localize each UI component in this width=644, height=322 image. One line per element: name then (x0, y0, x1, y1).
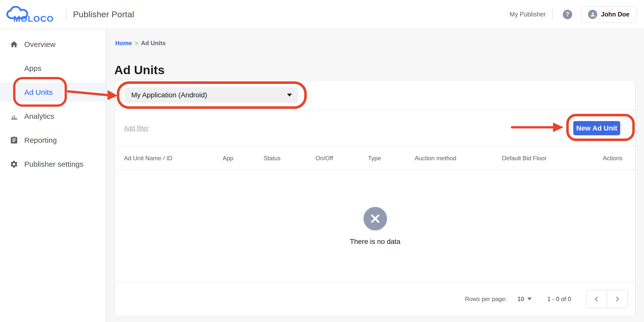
column-header-default-bid-floor: Default Bid Floor (502, 155, 547, 162)
app-select-value: My Application (Android) (131, 91, 207, 99)
help-button[interactable]: ? (563, 10, 572, 19)
breadcrumb-separator: > (135, 40, 138, 47)
breadcrumb: Home > Ad Units (115, 40, 166, 47)
sidebar-item-publisher-settings[interactable]: Publisher settings (0, 155, 106, 173)
sidebar-nav: Overview Apps Ad Units Analytics Reporti… (0, 30, 106, 322)
ad-units-card: My Application (Android) Add filter New … (114, 80, 636, 317)
portal-title: Publisher Portal (73, 0, 134, 29)
empty-state-text: There is no data (115, 238, 635, 246)
no-icon (10, 88, 18, 97)
no-icon (10, 64, 18, 73)
rows-per-page-select[interactable]: 10 (518, 296, 532, 303)
person-icon (590, 11, 596, 17)
chevron-right-icon (614, 295, 621, 303)
previous-page-button[interactable] (586, 290, 607, 308)
next-page-button[interactable] (607, 290, 628, 308)
rows-per-page-label: Rows per page: (465, 296, 507, 303)
moloco-cloud-icon: MOLOCO (6, 6, 58, 23)
top-header: MOLOCO Publisher Portal My Publisher ? J… (0, 0, 644, 29)
table-header-row: Ad Unit Name / ID App Status On/Off Type… (115, 147, 635, 170)
moloco-wordmark: MOLOCO (13, 14, 54, 23)
filter-row: Add filter New Ad Unit (115, 110, 635, 147)
sidebar-item-label: Apps (24, 64, 41, 73)
column-header-app: App (223, 155, 234, 162)
add-filter-link[interactable]: Add filter (124, 124, 149, 132)
header-divider (552, 8, 553, 21)
bar-chart-icon (10, 112, 18, 121)
sidebar-item-overview[interactable]: Overview (0, 35, 106, 54)
no-data-icon (364, 207, 387, 230)
header-right-cluster: My Publisher ? John Doe (510, 0, 636, 29)
app-select-row: My Application (Android) (115, 80, 635, 110)
publisher-name: My Publisher (510, 11, 546, 18)
column-header-actions: Actions (603, 155, 622, 162)
sidebar-item-label: Publisher settings (24, 160, 84, 168)
header-divider (66, 8, 66, 21)
sidebar-item-label: Overview (24, 40, 56, 49)
column-header-type: Type (368, 155, 381, 162)
gear-icon (10, 160, 18, 169)
column-header-auction-method: Auction method (415, 155, 456, 162)
sidebar-item-label: Reporting (24, 136, 57, 145)
sidebar-item-ad-units[interactable]: Ad Units (0, 83, 106, 102)
sidebar-item-analytics[interactable]: Analytics (0, 107, 106, 126)
chevron-down-icon (287, 94, 292, 97)
sidebar-item-reporting[interactable]: Reporting (0, 131, 106, 150)
moloco-logo[interactable]: MOLOCO (6, 6, 58, 23)
sidebar-item-apps[interactable]: Apps (0, 59, 106, 78)
column-header-status: Status (264, 155, 280, 162)
user-menu-button[interactable]: John Doe (581, 6, 636, 23)
breadcrumb-current: Ad Units (141, 40, 166, 47)
rows-per-page-value: 10 (518, 296, 524, 303)
sidebar-item-label: Analytics (24, 112, 54, 121)
new-ad-unit-button[interactable]: New Ad Unit (573, 121, 620, 135)
avatar (588, 10, 597, 19)
app-select-dropdown[interactable]: My Application (Android) (124, 87, 298, 103)
home-icon (10, 40, 18, 49)
publisher-portal-app: MOLOCO Publisher Portal My Publisher ? J… (0, 0, 644, 322)
sidebar-item-label: Ad Units (24, 88, 52, 97)
pagination-nav (586, 290, 628, 308)
pagination-row: Rows per page: 10 1 - 0 of 0 (115, 281, 635, 316)
column-header-on-off: On/Off (316, 155, 333, 162)
question-mark-icon: ? (566, 11, 569, 18)
pagination-range: 1 - 0 of 0 (547, 296, 571, 303)
chevron-left-icon (593, 295, 600, 303)
user-name: John Doe (601, 11, 630, 18)
breadcrumb-home-link[interactable]: Home (115, 40, 132, 47)
clipboard-icon (10, 136, 18, 145)
column-header-ad-unit-name: Ad Unit Name / ID (124, 155, 172, 162)
page-title: Ad Units (114, 63, 164, 77)
chevron-down-icon (527, 298, 532, 300)
